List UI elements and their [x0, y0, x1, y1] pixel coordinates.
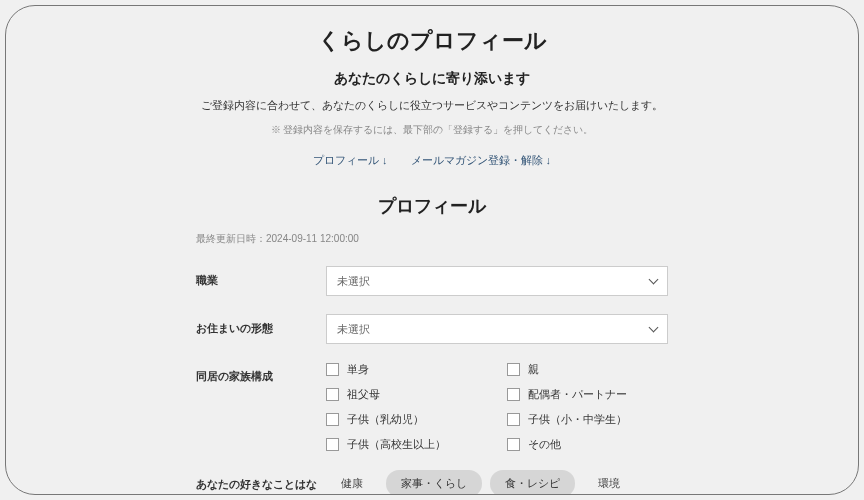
family-option[interactable]: 親: [507, 362, 668, 377]
anchor-profile[interactable]: プロフィール ↓: [313, 154, 388, 166]
likes-tag[interactable]: 健康: [326, 470, 378, 494]
family-option[interactable]: 子供（高校生以上）: [326, 437, 487, 452]
likes-label: あなたの好きなことはなんですか？ （複数選択可）: [196, 470, 326, 494]
likes-tags: 健康家事・くらし食・レシピ環境空気防災・防犯子育て介護リフォーム・増改築住まいの…: [326, 470, 668, 494]
checkbox-icon: [507, 413, 520, 426]
housing-value: 未選択: [337, 322, 370, 337]
section-title: プロフィール: [36, 194, 828, 218]
page-subtitle: あなたのくらしに寄り添います: [36, 70, 828, 88]
row-family: 同居の家族構成 単身親祖父母配偶者・パートナー子供（乳幼児）子供（小・中学生）子…: [36, 362, 828, 452]
family-option-label: 子供（小・中学生）: [528, 412, 627, 427]
updated-value: 2024-09-11 12:00:00: [266, 233, 359, 244]
checkbox-icon: [507, 363, 520, 376]
row-housing: お住まいの形態 未選択: [36, 314, 828, 344]
page-title: くらしのプロフィール: [36, 26, 828, 56]
family-option-label: 子供（高校生以上）: [347, 437, 446, 452]
family-label: 同居の家族構成: [196, 362, 326, 452]
occupation-label: 職業: [196, 266, 326, 296]
family-option-label: 配偶者・パートナー: [528, 387, 627, 402]
updated-label: 最終更新日時：: [196, 233, 266, 244]
likes-tag[interactable]: 食・レシピ: [490, 470, 575, 494]
scroll-area[interactable]: くらしのプロフィール あなたのくらしに寄り添います ご登録内容に合わせて、あなた…: [6, 6, 858, 494]
likes-label-text: あなたの好きなことはなんですか？: [196, 478, 317, 494]
family-checkboxes: 単身親祖父母配偶者・パートナー子供（乳幼児）子供（小・中学生）子供（高校生以上）…: [326, 362, 668, 452]
family-option[interactable]: 子供（乳幼児）: [326, 412, 487, 427]
last-updated: 最終更新日時：2024-09-11 12:00:00: [196, 232, 828, 246]
checkbox-icon: [507, 388, 520, 401]
housing-select[interactable]: 未選択: [326, 314, 668, 344]
page-description: ご登録内容に合わせて、あなたのくらしに役立つサービスやコンテンツをお届けいたしま…: [36, 98, 828, 113]
family-option[interactable]: 祖父母: [326, 387, 487, 402]
row-occupation: 職業 未選択: [36, 266, 828, 296]
family-option[interactable]: 配偶者・パートナー: [507, 387, 668, 402]
row-likes: あなたの好きなことはなんですか？ （複数選択可） 健康家事・くらし食・レシピ環境…: [36, 470, 828, 494]
family-option[interactable]: 単身: [326, 362, 487, 377]
occupation-select[interactable]: 未選択: [326, 266, 668, 296]
family-option-label: 親: [528, 362, 539, 377]
housing-label: お住まいの形態: [196, 314, 326, 344]
family-option-label: 子供（乳幼児）: [347, 412, 424, 427]
checkbox-icon: [326, 413, 339, 426]
anchor-links: プロフィール ↓ メールマガジン登録・解除 ↓: [36, 153, 828, 168]
family-option[interactable]: その他: [507, 437, 668, 452]
anchor-mailmag[interactable]: メールマガジン登録・解除 ↓: [411, 154, 552, 166]
likes-tag[interactable]: 環境: [583, 470, 635, 494]
save-note: ※ 登録内容を保存するには、最下部の「登録する」を押してください。: [36, 123, 828, 137]
family-option[interactable]: 子供（小・中学生）: [507, 412, 668, 427]
checkbox-icon: [326, 363, 339, 376]
occupation-value: 未選択: [337, 274, 370, 289]
checkbox-icon: [507, 438, 520, 451]
app-window: くらしのプロフィール あなたのくらしに寄り添います ご登録内容に合わせて、あなた…: [5, 5, 859, 495]
family-option-label: 祖父母: [347, 387, 380, 402]
likes-tag[interactable]: 家事・くらし: [386, 470, 482, 494]
family-option-label: 単身: [347, 362, 369, 377]
checkbox-icon: [326, 388, 339, 401]
family-option-label: その他: [528, 437, 561, 452]
checkbox-icon: [326, 438, 339, 451]
